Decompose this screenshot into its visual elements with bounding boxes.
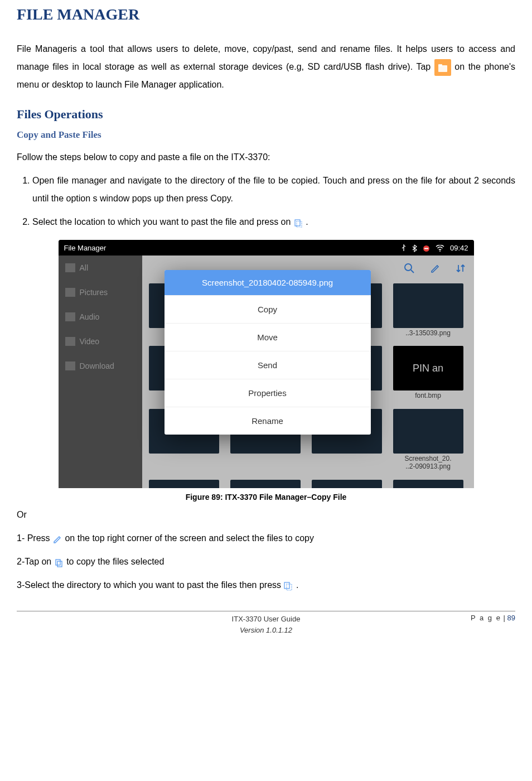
alt2-a: 2-Tap on (17, 557, 54, 566)
or-text: Or (17, 506, 515, 524)
step-2: Select the location to which you want to… (32, 213, 515, 231)
alt1-a: 1- Press (17, 533, 52, 543)
menu-item-rename[interactable]: Rename (165, 407, 371, 435)
menu-item-send[interactable]: Send (165, 351, 371, 379)
footer-sep: | (501, 614, 507, 622)
step-2-text-a: Select the location to which you want to… (32, 217, 293, 226)
pencil-edit-icon (52, 534, 62, 543)
heading-copy-paste: Copy and Paste Files (17, 129, 515, 141)
svg-rect-2 (295, 220, 300, 226)
svg-point-6 (439, 250, 441, 252)
context-menu: Screenshot_20180402-085949.png Copy Move… (165, 270, 371, 435)
footer-rule (17, 611, 515, 611)
alt2-b: to copy the files selected (66, 557, 164, 566)
step-1: Open file manager and navigate to the di… (32, 172, 515, 208)
screenshot-figure: File Manager 09:42 (59, 240, 474, 488)
dnd-icon (423, 243, 430, 252)
steps-list: Open file manager and navigate to the di… (17, 172, 515, 231)
alt1-b: on the top right corner of the screen an… (65, 533, 313, 543)
menu-item-properties[interactable]: Properties (165, 379, 371, 407)
heading-files-operations: Files Operations (17, 107, 515, 122)
modal-title: Screenshot_20180402-085949.png (165, 270, 371, 295)
clock-time: 09:42 (450, 244, 468, 252)
wifi-icon (436, 244, 444, 252)
footer-guide-title: ITX-3370 User Guide (84, 614, 448, 625)
copy-icon (54, 558, 64, 567)
alt-step-1: 1- Press on the top right corner of the … (17, 529, 515, 547)
svg-rect-10 (57, 561, 62, 567)
menu-item-copy[interactable]: Copy (165, 295, 371, 323)
alt-step-2: 2-Tap on to copy the files selected (17, 553, 515, 571)
bluetooth-icon (412, 243, 417, 252)
step-2-text-b: . (306, 217, 308, 226)
svg-rect-5 (424, 248, 428, 249)
footer-page-number: 89 (507, 614, 515, 622)
footer-page-label: P a g e (471, 614, 501, 622)
alt3-b: . (296, 580, 298, 590)
alt3-a: 3-Select the directory to which you want… (17, 580, 283, 590)
svg-rect-9 (56, 560, 60, 565)
app-title: File Manager (64, 244, 107, 252)
status-bar: File Manager 09:42 (59, 240, 474, 255)
intro-paragraph: File Manageris a tool that allows users … (17, 40, 515, 94)
heading-file-manager: FILE MANAGER (17, 6, 515, 23)
paste-icon (293, 218, 303, 227)
figure-caption: Figure 89: ITX-3370 File Manager–Copy Fi… (17, 493, 515, 502)
file-manager-app-icon (434, 59, 451, 76)
page-footer: ITX-3370 User Guide Version 1.0.1.12 P a… (17, 614, 515, 639)
figure-wrap: File Manager 09:42 (17, 240, 515, 502)
menu-item-move[interactable]: Move (165, 323, 371, 351)
follow-steps-text: Follow the steps below to copy and paste… (17, 148, 515, 166)
usb-icon (401, 243, 407, 252)
svg-rect-3 (297, 221, 302, 228)
svg-rect-1 (438, 64, 442, 66)
alt-step-3: 3-Select the directory to which you want… (17, 576, 515, 594)
footer-version: Version 1.0.1.12 (84, 625, 448, 636)
paste-dashed-icon (283, 581, 293, 590)
